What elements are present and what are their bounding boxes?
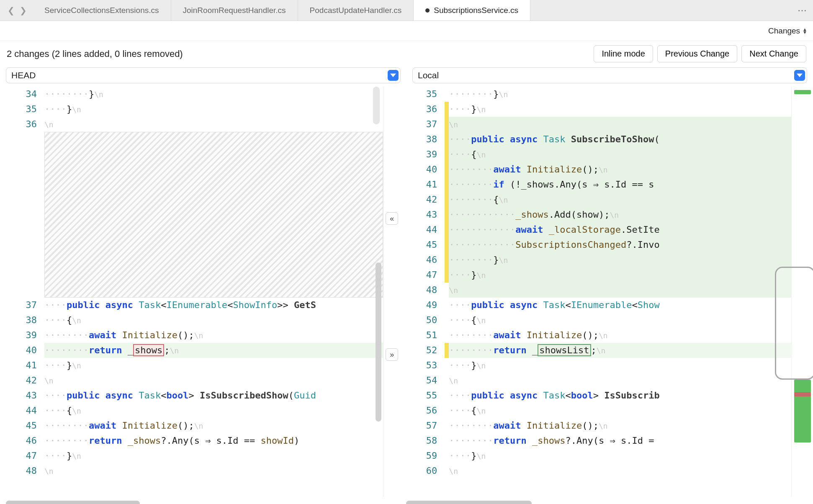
line-number: 40 xyxy=(403,162,437,177)
modified-dot-icon xyxy=(425,8,430,13)
secondary-bar: Changes ▲▼ xyxy=(0,21,813,41)
code-line[interactable]: ········return _shows?.Any(s ⇒ s.Id = xyxy=(449,433,791,448)
line-number: 51 xyxy=(403,328,437,343)
line-number: 35 xyxy=(403,87,437,102)
right-pane[interactable]: 3536373839404142434445464748495051525354… xyxy=(400,87,791,497)
code-line[interactable]: ········{\n xyxy=(449,192,791,207)
code-line[interactable]: \n xyxy=(449,283,791,298)
code-line[interactable]: ····{\n xyxy=(44,403,383,418)
code-line[interactable]: ········return _shows;\n xyxy=(44,343,383,358)
inline-mode-button[interactable]: Inline mode xyxy=(594,45,653,62)
diff-placeholder xyxy=(44,132,383,298)
tab-subscriptionsservice-cs[interactable]: SubscriptionsService.cs xyxy=(414,0,530,21)
left-revision-select[interactable]: HEAD xyxy=(6,67,401,83)
vertical-scrollbar[interactable] xyxy=(376,262,381,422)
code-line[interactable]: \n xyxy=(44,117,383,132)
tab-overflow-icon[interactable]: ⋯ xyxy=(792,0,813,21)
changes-dropdown[interactable]: Changes ▲▼ xyxy=(768,26,807,36)
change-marker xyxy=(445,298,449,313)
line-number: 48 xyxy=(3,463,37,478)
line-number: 37 xyxy=(3,298,37,313)
code-line[interactable]: ····}\n xyxy=(449,358,791,373)
code-line[interactable]: ····public async Task SubscribeToShow( xyxy=(449,132,791,147)
left-code[interactable]: ········}\n····}\n\n····public async Tas… xyxy=(44,87,383,497)
code-line[interactable]: ········if (!_shows.Any(s ⇒ s.Id == s xyxy=(449,177,791,192)
nav-back-icon[interactable]: ❮ xyxy=(8,5,15,15)
code-line[interactable]: ····{\n xyxy=(449,313,791,328)
code-line[interactable]: ····public async Task<IEnumerable<Show xyxy=(449,298,791,313)
line-number: 53 xyxy=(403,358,437,373)
right-gutter: 3536373839404142434445464748495051525354… xyxy=(403,87,445,497)
code-line[interactable]: \n xyxy=(449,463,791,478)
line-number: 36 xyxy=(3,117,37,132)
code-line[interactable]: ········return _showsList;\n xyxy=(449,343,791,358)
chevron-down-icon xyxy=(794,70,805,81)
code-line[interactable]: ········await Initialize();\n xyxy=(44,328,383,343)
minimap-viewport[interactable] xyxy=(775,267,813,380)
code-line[interactable]: ····}\n xyxy=(44,102,383,117)
code-line[interactable]: ············SubscriptionsChanged?.Invo xyxy=(449,237,791,252)
left-pane[interactable]: 343536373839404142434445464748 ········}… xyxy=(0,87,383,497)
code-line[interactable]: ········await Initialize();\n xyxy=(44,418,383,433)
code-line[interactable]: ········await Initialize();\n xyxy=(449,328,791,343)
line-number: 55 xyxy=(403,388,437,403)
line-number: 56 xyxy=(403,403,437,418)
code-line[interactable]: ············await _localStorage.SetIte xyxy=(449,222,791,237)
nav-forward-icon[interactable]: ❯ xyxy=(20,5,27,15)
minimap-mark[interactable] xyxy=(794,392,811,396)
change-marker xyxy=(445,373,449,388)
code-line[interactable]: ····public async Task<bool> IsSubscribed… xyxy=(44,388,383,403)
push-left-icon[interactable]: « xyxy=(386,212,398,225)
code-line[interactable]: ····}\n xyxy=(449,102,791,117)
tab-bar: ❮ ❯ ServiceCollectionsExtensions.csJoinR… xyxy=(0,0,813,21)
code-line[interactable]: ········}\n xyxy=(449,87,791,102)
line-number: 38 xyxy=(403,132,437,147)
minimap[interactable] xyxy=(791,87,813,497)
line-number: 52 xyxy=(403,343,437,358)
line-number: 39 xyxy=(403,147,437,162)
code-line[interactable]: \n xyxy=(449,117,791,132)
code-line[interactable]: ····}\n xyxy=(44,448,383,463)
next-change-button[interactable]: Next Change xyxy=(741,45,806,62)
minimap-mark[interactable] xyxy=(794,426,811,430)
line-number: 39 xyxy=(3,328,37,343)
line-number: 60 xyxy=(403,463,437,478)
push-right-icon[interactable]: » xyxy=(386,348,398,361)
diff-header: 2 changes (2 lines added, 0 lines remove… xyxy=(0,41,813,67)
code-line[interactable]: ····{\n xyxy=(44,313,383,328)
code-line[interactable]: ········}\n xyxy=(44,87,383,102)
line-number: 47 xyxy=(403,267,437,283)
code-line[interactable]: \n xyxy=(44,373,383,388)
code-line[interactable]: ····}\n xyxy=(449,448,791,463)
code-line[interactable]: ············_shows.Add(show);\n xyxy=(449,207,791,222)
code-line[interactable]: ········await Initialize();\n xyxy=(449,418,791,433)
previous-change-button[interactable]: Previous Change xyxy=(657,45,737,62)
diff-area: 343536373839404142434445464748 ········}… xyxy=(0,87,813,497)
right-revision-select[interactable]: Local xyxy=(412,67,807,83)
change-marker xyxy=(445,192,449,207)
code-line[interactable]: ····{\n xyxy=(449,403,791,418)
code-line[interactable]: ········return _shows?.Any(s ⇒ s.Id == s… xyxy=(44,433,383,448)
left-horizontal-scrollbar[interactable] xyxy=(6,499,378,504)
change-marker xyxy=(445,433,449,448)
code-line[interactable]: ········await Initialize();\n xyxy=(449,162,791,177)
code-line[interactable]: \n xyxy=(44,463,383,478)
tab-joinroomrequesthandler-cs[interactable]: JoinRoomRequestHandler.cs xyxy=(171,0,298,21)
change-marker xyxy=(445,87,449,102)
minimap-mark[interactable] xyxy=(794,380,811,442)
code-line[interactable]: ····public async Task<bool> IsSubscrib xyxy=(449,388,791,403)
line-number: 59 xyxy=(403,448,437,463)
code-line[interactable]: ····}\n xyxy=(449,267,791,283)
tab-servicecollectionsextensions-cs[interactable]: ServiceCollectionsExtensions.cs xyxy=(33,0,171,21)
minimap-mark[interactable] xyxy=(794,90,811,94)
right-horizontal-scrollbar[interactable] xyxy=(406,499,785,504)
code-line[interactable]: ····public async Task<IEnumerable<ShowIn… xyxy=(44,298,383,313)
code-line[interactable]: \n xyxy=(449,373,791,388)
change-marker xyxy=(445,463,449,478)
code-line[interactable]: ········}\n xyxy=(449,252,791,267)
right-code[interactable]: ········}\n····}\n\n····public async Tas… xyxy=(449,87,791,497)
code-line[interactable]: ····{\n xyxy=(449,147,791,162)
tab-podcastupdatehandler-cs[interactable]: PodcastUpdateHandler.cs xyxy=(298,0,414,21)
left-gutter: 343536373839404142434445464748 xyxy=(3,87,44,497)
code-line[interactable]: ····}\n xyxy=(44,358,383,373)
